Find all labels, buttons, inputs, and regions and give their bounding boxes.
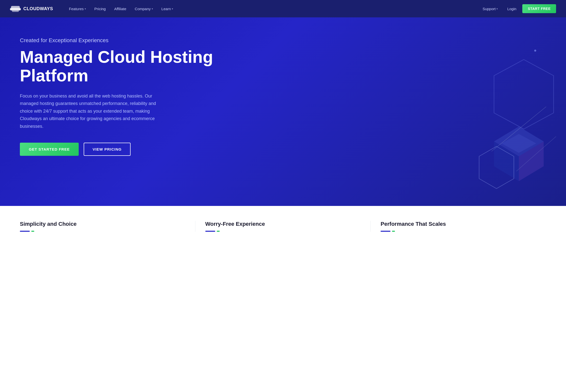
feature-underline-simplicity (20, 231, 185, 232)
hero-buttons: GET STARTED FREE VIEW PRICING (20, 143, 243, 156)
hero-description: Focus on your business and avoid all the… (20, 92, 164, 130)
view-pricing-button[interactable]: VIEW PRICING (84, 143, 131, 156)
svg-line-9 (492, 107, 546, 151)
hero-title: Managed Cloud Hosting Platform (20, 48, 243, 85)
nav-item-pricing[interactable]: Pricing (91, 5, 109, 13)
svg-line-10 (516, 136, 556, 171)
feature-title-worryfree: Worry-Free Experience (205, 221, 361, 227)
chevron-down-icon: ▾ (172, 7, 173, 10)
nav-right: Support ▾ Login START FREE (479, 4, 556, 13)
navbar: CLOUDWAYS Features ▾ Pricing Affiliate C… (0, 0, 566, 17)
nav-item-company[interactable]: Company ▾ (131, 5, 156, 13)
underline-blue-icon (381, 231, 390, 232)
underline-blue-icon (205, 231, 215, 232)
feature-underline-performance (381, 231, 536, 232)
logo-text: CLOUDWAYS (23, 6, 53, 11)
svg-rect-1 (11, 6, 20, 8)
nav-support[interactable]: Support ▾ (479, 5, 501, 13)
underline-green-icon (217, 231, 220, 232)
feature-title-simplicity: Simplicity and Choice (20, 221, 185, 227)
underline-green-icon (31, 231, 34, 232)
hero-shapes (442, 17, 566, 206)
hero-section: Created for Exceptional Experiences Mana… (0, 17, 566, 206)
nav-links: Features ▾ Pricing Affiliate Company ▾ L… (66, 5, 479, 13)
logo-icon (10, 5, 21, 12)
features-strip: Simplicity and Choice Worry-Free Experie… (0, 206, 566, 242)
get-started-button[interactable]: GET STARTED FREE (20, 143, 79, 156)
feature-item-simplicity: Simplicity and Choice (20, 221, 195, 232)
nav-item-learn[interactable]: Learn ▾ (158, 5, 177, 13)
nav-login[interactable]: Login (504, 5, 520, 13)
underline-green-icon (392, 231, 395, 232)
feature-item-worryfree: Worry-Free Experience (195, 221, 371, 232)
nav-item-features[interactable]: Features ▾ (66, 5, 89, 13)
underline-blue-icon (20, 231, 30, 232)
chevron-down-icon: ▾ (496, 7, 498, 10)
feature-item-performance: Performance That Scales (371, 221, 546, 232)
feature-underline-worryfree (205, 231, 361, 232)
hero-subtitle: Created for Exceptional Experiences (20, 37, 243, 44)
svg-rect-2 (12, 10, 19, 12)
chevron-down-icon: ▾ (152, 7, 153, 10)
chevron-down-icon: ▾ (85, 7, 86, 10)
hero-content: Created for Exceptional Experiences Mana… (20, 37, 243, 156)
connector-lines (442, 17, 566, 206)
feature-title-performance: Performance That Scales (381, 221, 536, 227)
logo[interactable]: CLOUDWAYS (10, 5, 53, 12)
nav-item-affiliate[interactable]: Affiliate (111, 5, 130, 13)
start-free-button[interactable]: START FREE (522, 4, 556, 13)
